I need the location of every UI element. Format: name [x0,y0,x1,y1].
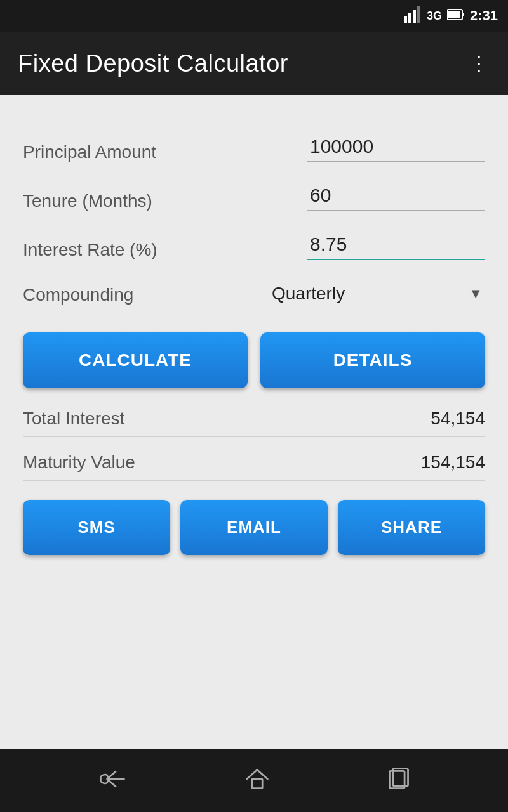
share-button[interactable]: SHARE [338,500,485,555]
interest-rate-row: Interest Rate (%) [23,218,485,267]
status-bar: 3G 2:31 [0,0,508,32]
tenure-label: Tenure (Months) [23,191,152,211]
app-bar: Fixed Deposit Calculator ⋮ [0,32,508,95]
svg-rect-7 [252,779,262,789]
time-display: 2:31 [470,8,498,24]
details-button[interactable]: DETAILS [260,332,485,388]
signal-icon [404,6,422,27]
network-type: 3G [427,10,442,23]
sms-button[interactable]: SMS [23,500,170,555]
svg-rect-0 [404,16,407,23]
total-interest-row: Total Interest 54,154 [23,393,485,437]
action-buttons-row: CALCULATE DETAILS [23,332,485,388]
compounding-dropdown[interactable]: Quarterly ▼ [269,281,485,308]
battery-icon [447,8,465,24]
nav-bar [0,749,508,812]
svg-rect-6 [448,11,460,18]
svg-rect-1 [408,13,411,23]
more-options-icon[interactable]: ⋮ [469,51,490,75]
home-button[interactable] [244,766,270,794]
svg-rect-2 [413,10,416,23]
total-interest-label: Total Interest [23,409,124,429]
interest-rate-input[interactable] [307,231,485,260]
back-button[interactable] [97,768,128,793]
tenure-input[interactable] [307,182,485,211]
svg-rect-3 [417,6,420,23]
interest-rate-label: Interest Rate (%) [23,240,157,260]
svg-rect-5 [462,13,464,16]
maturity-value-value: 154,154 [421,452,485,473]
recents-button[interactable] [386,766,411,794]
principal-amount-row: Principal Amount [23,121,485,169]
dropdown-arrow-icon: ▼ [469,285,483,302]
total-interest-value: 54,154 [431,409,485,429]
maturity-value-row: Maturity Value 154,154 [23,437,485,481]
calculate-button[interactable]: CALCULATE [23,332,248,388]
app-title: Fixed Deposit Calculator [18,50,288,77]
tenure-row: Tenure (Months) [23,169,485,218]
email-button[interactable]: EMAIL [180,500,328,555]
share-buttons-row: SMS EMAIL SHARE [23,500,485,555]
principal-amount-input[interactable] [307,133,485,162]
compounding-label: Compounding [23,285,133,305]
principal-amount-label: Principal Amount [23,142,156,162]
compounding-value: Quarterly [272,284,469,304]
maturity-value-label: Maturity Value [23,452,135,473]
main-content: Principal Amount Tenure (Months) Interes… [0,95,508,749]
compounding-row: Compounding Quarterly ▼ [23,267,485,315]
